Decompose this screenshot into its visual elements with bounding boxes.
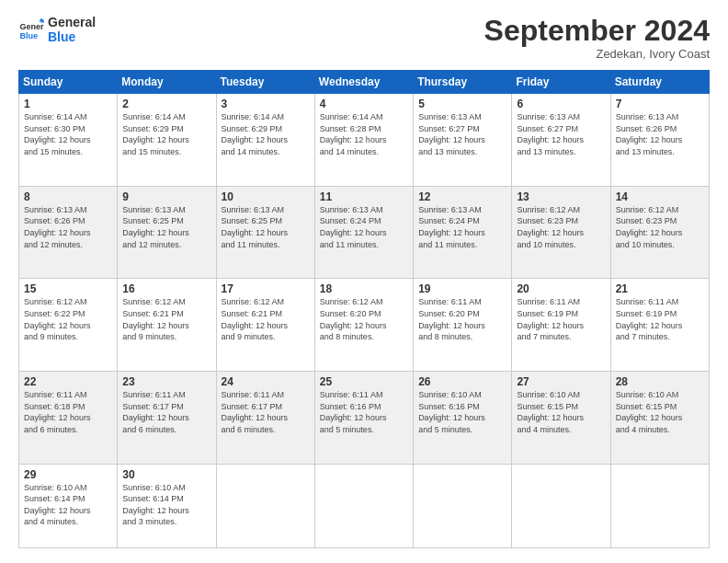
table-row: 10 Sunrise: 6:13 AM Sunset: 6:25 PM Dayl… — [216, 186, 314, 279]
day-number: 5 — [418, 98, 506, 110]
day-info: Sunrise: 6:13 AM Sunset: 6:24 PM Dayligh… — [320, 204, 408, 250]
day-info: Sunrise: 6:11 AM Sunset: 6:17 PM Dayligh… — [122, 389, 210, 435]
title-block: September 2024 Zedekan, Ivory Coast — [484, 15, 710, 61]
day-number: 1 — [24, 98, 112, 110]
location-subtitle: Zedekan, Ivory Coast — [484, 47, 710, 61]
day-info: Sunrise: 6:12 AM Sunset: 6:21 PM Dayligh… — [222, 296, 310, 342]
day-number: 14 — [616, 190, 704, 203]
day-number: 11 — [320, 190, 408, 203]
day-info: Sunrise: 6:11 AM Sunset: 6:16 PM Dayligh… — [320, 389, 408, 435]
table-row: 25 Sunrise: 6:11 AM Sunset: 6:16 PM Dayl… — [314, 372, 413, 465]
day-info: Sunrise: 6:10 AM Sunset: 6:16 PM Dayligh… — [418, 389, 506, 435]
day-number: 25 — [320, 375, 408, 388]
col-saturday: Saturday — [610, 71, 709, 94]
day-info: Sunrise: 6:13 AM Sunset: 6:27 PM Dayligh… — [418, 111, 506, 157]
day-number: 4 — [320, 98, 408, 110]
day-info: Sunrise: 6:10 AM Sunset: 6:14 PM Dayligh… — [122, 482, 210, 528]
day-info: Sunrise: 6:13 AM Sunset: 6:26 PM Dayligh… — [616, 111, 704, 157]
col-tuesday: Tuesday — [216, 71, 314, 94]
table-row: 4 Sunrise: 6:14 AM Sunset: 6:28 PM Dayli… — [314, 94, 413, 187]
day-info: Sunrise: 6:12 AM Sunset: 6:23 PM Dayligh… — [517, 204, 605, 250]
table-row — [610, 464, 709, 547]
table-row: 13 Sunrise: 6:12 AM Sunset: 6:23 PM Dayl… — [512, 186, 610, 279]
day-info: Sunrise: 6:12 AM Sunset: 6:21 PM Dayligh… — [122, 296, 210, 342]
col-thursday: Thursday — [414, 71, 512, 94]
table-row: 23 Sunrise: 6:11 AM Sunset: 6:17 PM Dayl… — [118, 372, 216, 465]
table-row: 24 Sunrise: 6:11 AM Sunset: 6:17 PM Dayl… — [216, 372, 314, 465]
table-row: 8 Sunrise: 6:13 AM Sunset: 6:26 PM Dayli… — [19, 186, 118, 279]
table-row: 27 Sunrise: 6:10 AM Sunset: 6:15 PM Dayl… — [512, 372, 610, 465]
calendar-week-row: 15 Sunrise: 6:12 AM Sunset: 6:22 PM Dayl… — [19, 279, 710, 372]
day-info: Sunrise: 6:11 AM Sunset: 6:17 PM Dayligh… — [222, 389, 310, 435]
day-number: 20 — [517, 282, 605, 295]
table-row: 3 Sunrise: 6:14 AM Sunset: 6:29 PM Dayli… — [216, 94, 314, 187]
day-number: 26 — [418, 375, 506, 388]
table-row — [216, 464, 314, 547]
day-number: 27 — [517, 375, 605, 388]
day-number: 23 — [122, 375, 210, 388]
day-number: 15 — [24, 282, 112, 295]
day-number: 13 — [517, 190, 605, 203]
table-row: 17 Sunrise: 6:12 AM Sunset: 6:21 PM Dayl… — [216, 279, 314, 372]
table-row — [512, 464, 610, 547]
table-row: 26 Sunrise: 6:10 AM Sunset: 6:16 PM Dayl… — [414, 372, 512, 465]
col-sunday: Sunday — [19, 71, 118, 94]
day-info: Sunrise: 6:10 AM Sunset: 6:14 PM Dayligh… — [24, 482, 112, 528]
table-row: 30 Sunrise: 6:10 AM Sunset: 6:14 PM Dayl… — [118, 464, 216, 547]
table-row: 12 Sunrise: 6:13 AM Sunset: 6:24 PM Dayl… — [414, 186, 512, 279]
day-number: 16 — [122, 282, 210, 295]
day-number: 8 — [24, 190, 112, 203]
table-row: 2 Sunrise: 6:14 AM Sunset: 6:29 PM Dayli… — [118, 94, 216, 187]
table-row: 22 Sunrise: 6:11 AM Sunset: 6:18 PM Dayl… — [19, 372, 118, 465]
logo-icon: General Blue — [18, 17, 44, 42]
svg-text:General: General — [19, 22, 44, 31]
day-info: Sunrise: 6:13 AM Sunset: 6:24 PM Dayligh… — [418, 204, 506, 250]
day-number: 12 — [418, 190, 506, 203]
day-info: Sunrise: 6:12 AM Sunset: 6:22 PM Dayligh… — [24, 296, 112, 342]
day-info: Sunrise: 6:10 AM Sunset: 6:15 PM Dayligh… — [616, 389, 704, 435]
day-number: 2 — [122, 98, 210, 110]
day-number: 29 — [24, 468, 112, 481]
day-info: Sunrise: 6:12 AM Sunset: 6:23 PM Dayligh… — [616, 204, 704, 250]
day-info: Sunrise: 6:14 AM Sunset: 6:29 PM Dayligh… — [122, 111, 210, 157]
table-row: 1 Sunrise: 6:14 AM Sunset: 6:30 PM Dayli… — [19, 94, 118, 187]
day-info: Sunrise: 6:12 AM Sunset: 6:20 PM Dayligh… — [320, 296, 408, 342]
day-number: 9 — [122, 190, 210, 203]
calendar-week-row: 1 Sunrise: 6:14 AM Sunset: 6:30 PM Dayli… — [19, 94, 710, 187]
day-number: 19 — [418, 282, 506, 295]
day-info: Sunrise: 6:11 AM Sunset: 6:19 PM Dayligh… — [616, 296, 704, 342]
day-number: 30 — [122, 468, 210, 481]
table-row: 14 Sunrise: 6:12 AM Sunset: 6:23 PM Dayl… — [610, 186, 709, 279]
day-info: Sunrise: 6:11 AM Sunset: 6:20 PM Dayligh… — [418, 296, 506, 342]
day-number: 6 — [517, 98, 605, 110]
day-number: 22 — [24, 375, 112, 388]
day-info: Sunrise: 6:11 AM Sunset: 6:19 PM Dayligh… — [517, 296, 605, 342]
day-info: Sunrise: 6:13 AM Sunset: 6:26 PM Dayligh… — [24, 204, 112, 250]
table-row: 18 Sunrise: 6:12 AM Sunset: 6:20 PM Dayl… — [314, 279, 413, 372]
svg-text:Blue: Blue — [19, 31, 38, 40]
day-number: 18 — [320, 282, 408, 295]
calendar-week-row: 22 Sunrise: 6:11 AM Sunset: 6:18 PM Dayl… — [19, 372, 710, 465]
month-title: September 2024 — [484, 15, 710, 47]
day-number: 24 — [222, 375, 310, 388]
table-row — [314, 464, 413, 547]
day-number: 7 — [616, 98, 704, 110]
table-row: 28 Sunrise: 6:10 AM Sunset: 6:15 PM Dayl… — [610, 372, 709, 465]
day-number: 3 — [222, 98, 310, 110]
table-row: 9 Sunrise: 6:13 AM Sunset: 6:25 PM Dayli… — [118, 186, 216, 279]
table-row: 21 Sunrise: 6:11 AM Sunset: 6:19 PM Dayl… — [610, 279, 709, 372]
table-row: 15 Sunrise: 6:12 AM Sunset: 6:22 PM Dayl… — [19, 279, 118, 372]
calendar-header-row: Sunday Monday Tuesday Wednesday Thursday… — [19, 71, 710, 94]
table-row: 6 Sunrise: 6:13 AM Sunset: 6:27 PM Dayli… — [512, 94, 610, 187]
col-wednesday: Wednesday — [314, 71, 413, 94]
day-info: Sunrise: 6:14 AM Sunset: 6:30 PM Dayligh… — [24, 111, 112, 157]
day-number: 10 — [222, 190, 310, 203]
table-row: 16 Sunrise: 6:12 AM Sunset: 6:21 PM Dayl… — [118, 279, 216, 372]
day-info: Sunrise: 6:10 AM Sunset: 6:15 PM Dayligh… — [517, 389, 605, 435]
calendar-week-row: 29 Sunrise: 6:10 AM Sunset: 6:14 PM Dayl… — [19, 464, 710, 547]
table-row: 5 Sunrise: 6:13 AM Sunset: 6:27 PM Dayli… — [414, 94, 512, 187]
calendar-week-row: 8 Sunrise: 6:13 AM Sunset: 6:26 PM Dayli… — [19, 186, 710, 279]
day-info: Sunrise: 6:14 AM Sunset: 6:28 PM Dayligh… — [320, 111, 408, 157]
calendar-table: Sunday Monday Tuesday Wednesday Thursday… — [18, 70, 710, 548]
col-monday: Monday — [118, 71, 216, 94]
